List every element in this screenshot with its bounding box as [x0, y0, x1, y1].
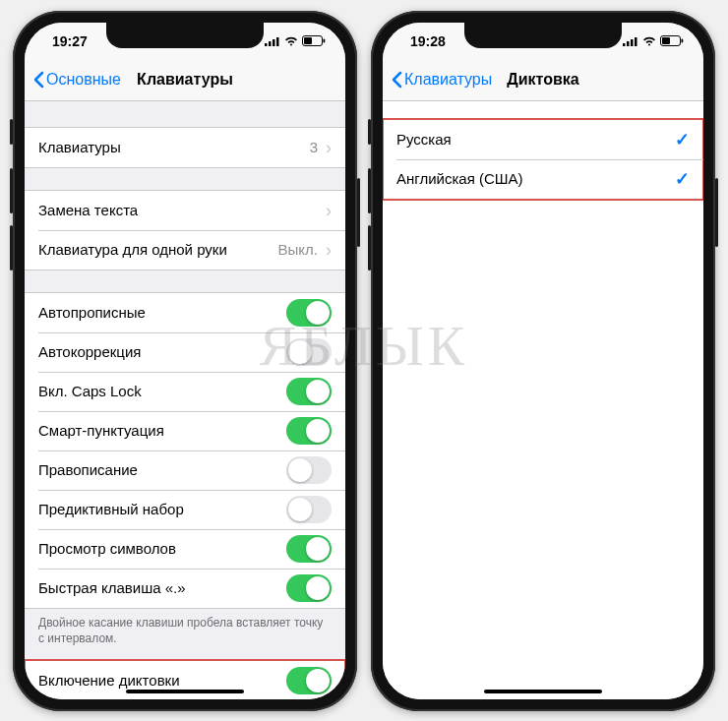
svg-rect-9: [631, 39, 634, 46]
svg-rect-13: [682, 39, 684, 43]
row-label: Просмотр символов: [38, 540, 176, 557]
row-caps-lock: Вкл. Caps Lock: [25, 372, 345, 411]
back-label: Клавиатуры: [404, 71, 492, 89]
status-indicators: [265, 35, 326, 46]
chevron-right-icon: ›: [326, 241, 332, 259]
row-label: Клавиатуры: [38, 139, 121, 155]
svg-rect-3: [276, 37, 279, 46]
row-lang-russian[interactable]: Русская ✓: [383, 120, 703, 159]
notch: [464, 23, 622, 48]
group-dictation: Включение диктовки Диктовка ›: [25, 660, 345, 699]
svg-rect-0: [265, 43, 268, 46]
svg-rect-1: [269, 41, 272, 46]
toggle-autocorrect[interactable]: [286, 338, 332, 366]
battery-icon: [302, 35, 326, 46]
row-spelling: Правописание: [25, 451, 345, 490]
group-toggles: Автопрописные Автокоррекция Вкл. Caps Lo…: [25, 292, 345, 609]
toggle-auto-caps[interactable]: [286, 299, 332, 327]
back-button[interactable]: Основные: [32, 71, 121, 89]
back-button[interactable]: Клавиатуры: [391, 71, 492, 89]
row-value: 3: [310, 139, 318, 155]
footer-period: Двойное касание клавиши пробела вставляе…: [25, 609, 345, 646]
toggle-enable-dictation[interactable]: [286, 667, 332, 694]
row-one-hand-keyboard[interactable]: Клавиатура для одной руки Выкл. ›: [25, 230, 345, 270]
svg-rect-12: [662, 37, 670, 44]
row-label: Автопрописные: [38, 304, 146, 321]
row-auto-caps: Автопрописные: [25, 293, 345, 332]
status-time: 19:27: [52, 33, 88, 49]
page-title: Диктовка: [507, 71, 578, 89]
row-char-preview: Просмотр символов: [25, 529, 345, 569]
signal-icon: [265, 36, 280, 46]
screen-right: 19:28 Клавиатуры Диктовка Русская ✓: [383, 23, 703, 699]
notch: [106, 23, 264, 48]
row-label: Правописание: [38, 461, 138, 478]
battery-icon: [660, 35, 684, 46]
back-label: Основные: [46, 71, 121, 89]
screen-left: 19:27 Основные Клавиатуры Клавиатуры 3: [25, 23, 345, 699]
toggle-spelling[interactable]: [286, 456, 332, 484]
wifi-icon: [284, 36, 298, 46]
chevron-right-icon: ›: [326, 202, 332, 219]
row-label: Замена текста: [38, 202, 138, 218]
home-indicator[interactable]: [484, 690, 602, 693]
row-label: Включение диктовки: [38, 672, 180, 689]
chevron-left-icon: [391, 71, 402, 89]
home-indicator[interactable]: [126, 690, 244, 693]
svg-rect-2: [273, 39, 275, 46]
nav-bar: Клавиатуры Диктовка: [383, 60, 703, 101]
dictation-content[interactable]: Русская ✓ Английская (США) ✓: [383, 101, 703, 699]
svg-rect-10: [635, 37, 637, 46]
row-autocorrect: Автокоррекция: [25, 332, 345, 372]
row-period-shortcut: Быстрая клавиша «.»: [25, 569, 345, 608]
group-languages: Русская ✓ Английская (США) ✓: [383, 119, 703, 200]
toggle-smart-punct[interactable]: [286, 417, 332, 445]
page-title: Клавиатуры: [137, 71, 233, 89]
settings-content[interactable]: Клавиатуры 3 › Замена текста › Клавиатур…: [25, 101, 345, 699]
status-time: 19:28: [410, 33, 446, 49]
status-indicators: [623, 35, 684, 46]
nav-bar: Основные Клавиатуры: [25, 60, 345, 101]
svg-rect-6: [324, 39, 326, 43]
row-smart-punct: Смарт-пунктуация: [25, 411, 345, 451]
svg-rect-8: [627, 41, 630, 46]
group-keyboards: Клавиатуры 3 ›: [25, 127, 345, 168]
row-label: Вкл. Caps Lock: [38, 383, 142, 399]
toggle-caps-lock[interactable]: [286, 378, 332, 405]
toggle-period-shortcut[interactable]: [286, 574, 332, 602]
row-label: Автокоррекция: [38, 343, 141, 360]
row-label: Предиктивный набор: [38, 501, 184, 517]
row-enable-dictation: Включение диктовки: [25, 661, 345, 699]
toggle-char-preview[interactable]: [286, 535, 332, 563]
row-label: Русская: [396, 131, 452, 148]
group-text: Замена текста › Клавиатура для одной рук…: [25, 190, 345, 270]
row-text-replacement[interactable]: Замена текста ›: [25, 191, 345, 230]
row-lang-english-us[interactable]: Английская (США) ✓: [383, 159, 703, 199]
row-label: Смарт-пунктуация: [38, 422, 164, 439]
row-value: Выкл.: [278, 241, 318, 258]
checkmark-icon: ✓: [675, 168, 690, 190]
chevron-left-icon: [32, 71, 44, 89]
row-label: Английская (США): [396, 170, 523, 187]
row-predictive: Предиктивный набор: [25, 490, 345, 529]
phone-right: 19:28 Клавиатуры Диктовка Русская ✓: [371, 11, 715, 711]
toggle-predictive[interactable]: [286, 496, 332, 523]
chevron-right-icon: ›: [326, 139, 332, 156]
svg-rect-5: [304, 37, 312, 44]
signal-icon: [623, 36, 638, 46]
row-label: Быстрая клавиша «.»: [38, 579, 186, 596]
checkmark-icon: ✓: [675, 129, 690, 150]
row-keyboards[interactable]: Клавиатуры 3 ›: [25, 128, 345, 167]
row-label: Клавиатура для одной руки: [38, 241, 227, 258]
wifi-icon: [642, 36, 656, 46]
svg-rect-7: [623, 43, 626, 46]
phone-left: 19:27 Основные Клавиатуры Клавиатуры 3: [13, 11, 357, 711]
